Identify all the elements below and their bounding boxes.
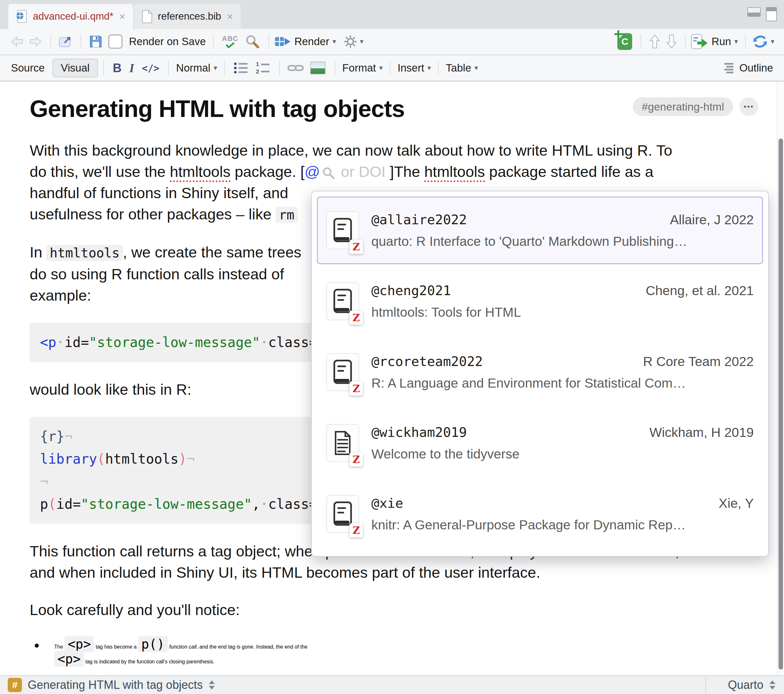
section-more-button[interactable]: •••	[740, 97, 758, 116]
citation-title: R: A Language and Environment for Statis…	[371, 376, 754, 391]
image-icon[interactable]	[310, 61, 326, 74]
reference-type-icon: Z	[326, 424, 359, 462]
reference-type-icon: Z	[326, 282, 359, 320]
find-icon[interactable]	[245, 35, 260, 49]
citation-list: Z@allaire2022Allaire, J 2022quarto: R In…	[317, 197, 763, 548]
citation-author: Allaire, J 2022	[670, 212, 754, 227]
scrollbar-thumb[interactable]	[779, 138, 783, 669]
vertical-scrollbar[interactable]	[777, 82, 784, 675]
svg-text:1: 1	[256, 61, 259, 67]
reference-type-icon: Z	[326, 353, 359, 391]
reference-type-icon: Z	[326, 211, 359, 249]
status-bar: # Generating HTML with tag objects Quart…	[0, 675, 784, 694]
section-navigator[interactable]: Generating HTML with tag objects	[28, 678, 203, 692]
citation-item[interactable]: Z@rcoreteam2022R Core Team 2022R: A Lang…	[317, 338, 763, 406]
settings-dropdown-icon[interactable]: ▾	[360, 37, 363, 46]
quarto-file-icon	[16, 10, 28, 23]
forward-icon[interactable]	[29, 36, 43, 48]
bullet-list-icon[interactable]	[233, 61, 249, 75]
citation-item[interactable]: Z@cheng2021Cheng, et al. 2021htmltools: …	[317, 267, 763, 335]
render-icon[interactable]	[274, 35, 291, 48]
run-dropdown-icon[interactable]: ▾	[735, 37, 738, 46]
page-title: Generating HTML with tag objects	[30, 94, 633, 124]
file-toolbar: Render on Save ABC Render ▾ ▾ C Run ▾ ▾	[0, 29, 784, 55]
citation-item[interactable]: Z@wickham2019Wickham, H 2019Welcome to t…	[317, 409, 763, 477]
citation-title: quarto: R Interface to 'Quarto' Markdown…	[371, 234, 754, 249]
editor-tab-strip: advanced-ui.qmd* × references.bib ×	[0, 0, 784, 29]
search-icon	[322, 166, 335, 179]
visual-editor-toolbar: Source Visual B I </> Normal ▾ 12 Format…	[0, 56, 784, 81]
insert-menu[interactable]: Insert	[397, 62, 424, 74]
article-icon	[333, 431, 352, 455]
run-icon[interactable]	[691, 34, 709, 49]
gear-icon[interactable]	[344, 35, 357, 48]
citation-author: R Core Team 2022	[643, 354, 754, 369]
citation-key: @cheng2021	[371, 283, 451, 298]
zotero-badge: Z	[349, 452, 363, 467]
format-dropdown-icon[interactable]: ▾	[379, 64, 383, 72]
spellcheck-icon[interactable]: ABC	[222, 35, 239, 48]
citation-author: Xie, Y	[718, 496, 754, 511]
popout-window-icon[interactable]	[59, 35, 73, 48]
zotero-badge: Z	[349, 523, 363, 538]
minimize-pane-icon[interactable]	[747, 7, 761, 17]
bullet-marker: •	[30, 636, 54, 666]
citation-key: @wickham2019	[371, 425, 467, 440]
italic-button[interactable]: I	[129, 61, 134, 75]
document-format-selector[interactable]: Quarto	[728, 678, 763, 692]
outline-button[interactable]: Outline	[739, 62, 773, 74]
section-updown-icon[interactable]	[209, 680, 215, 690]
book-icon	[333, 501, 352, 527]
insert-chunk-icon[interactable]: C	[617, 33, 632, 50]
citation-item[interactable]: Z@allaire2022Allaire, J 2022quarto: R In…	[317, 197, 763, 264]
paragraph-style-dropdown-icon[interactable]: ▾	[214, 64, 217, 72]
section-anchor-badge: #generating-html	[633, 97, 733, 116]
go-up-icon[interactable]	[649, 34, 660, 49]
visual-mode-button[interactable]: Visual	[53, 59, 98, 77]
svg-text:2: 2	[256, 69, 259, 75]
save-icon[interactable]	[89, 35, 102, 48]
source-rerun-icon[interactable]	[753, 35, 768, 48]
source-mode-button[interactable]: Source	[11, 62, 45, 74]
tab-label: references.bib	[158, 11, 221, 22]
numbered-list-icon[interactable]: 12	[255, 61, 271, 75]
paragraph-style-select[interactable]: Normal	[176, 62, 210, 74]
link-icon[interactable]	[288, 62, 304, 74]
tab-references-bib[interactable]: references.bib ×	[134, 4, 241, 29]
tab-label: advanced-ui.qmd*	[33, 11, 114, 22]
go-down-icon[interactable]	[666, 34, 677, 49]
render-on-save-checkbox[interactable]	[108, 35, 122, 49]
render-dropdown-icon[interactable]: ▾	[333, 37, 336, 46]
table-menu[interactable]: Table	[446, 62, 471, 74]
maximize-pane-icon[interactable]	[766, 7, 777, 21]
format-menu[interactable]: Format	[343, 62, 376, 74]
citation-key: @rcoreteam2022	[371, 354, 483, 369]
file-icon	[142, 10, 153, 23]
outline-icon[interactable]	[722, 62, 734, 74]
citation-key: @allaire2022	[371, 212, 467, 227]
code-format-button[interactable]: </>	[142, 62, 159, 74]
citation-key: @xie	[371, 495, 403, 511]
citation-item[interactable]: Z@xieXie, Yknitr: A General-Purpose Pack…	[317, 480, 763, 548]
close-tab-icon[interactable]: ×	[227, 11, 233, 23]
table-dropdown-icon[interactable]: ▾	[474, 64, 478, 72]
tab-advanced-ui-qmd[interactable]: advanced-ui.qmd* ×	[8, 4, 133, 29]
render-on-save-label: Render on Save	[129, 35, 206, 48]
format-updown-icon[interactable]	[769, 680, 776, 690]
citation-autocomplete-popup: Z@allaire2022Allaire, J 2022quarto: R In…	[311, 191, 769, 557]
zotero-badge: Z	[349, 382, 363, 396]
close-tab-icon[interactable]: ×	[119, 11, 125, 23]
book-icon	[333, 359, 352, 385]
source-dropdown-icon[interactable]: ▾	[771, 37, 774, 46]
citation-author: Cheng, et al. 2021	[646, 283, 754, 298]
bold-button[interactable]: B	[113, 61, 122, 75]
insert-dropdown-icon[interactable]: ▾	[427, 64, 431, 72]
reference-type-icon: Z	[326, 495, 359, 533]
citation-title: knitr: A General-Purpose Package for Dyn…	[371, 518, 754, 533]
back-icon[interactable]	[10, 36, 24, 48]
book-icon	[333, 288, 352, 314]
book-icon	[333, 217, 352, 243]
citation-title: htmltools: Tools for HTML	[371, 305, 754, 320]
run-button[interactable]: Run	[712, 35, 731, 48]
render-button[interactable]: Render	[294, 35, 329, 48]
